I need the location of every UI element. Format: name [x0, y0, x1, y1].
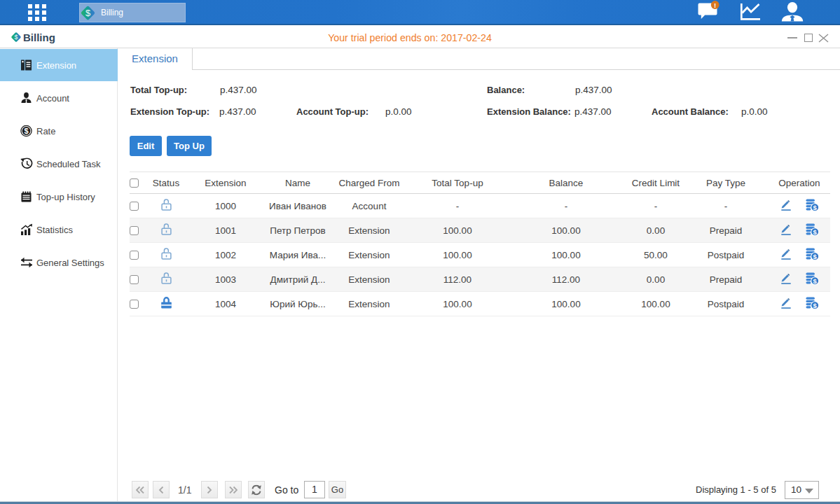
- svg-text:$: $: [813, 252, 818, 260]
- svg-text:$: $: [813, 301, 818, 309]
- svg-text:$: $: [813, 276, 818, 284]
- svg-text:$: $: [813, 227, 818, 235]
- svg-text:$: $: [813, 203, 818, 211]
- svg-text:$: $: [85, 8, 90, 18]
- svg-text:$: $: [24, 127, 28, 135]
- svg-text:!: !: [714, 1, 716, 9]
